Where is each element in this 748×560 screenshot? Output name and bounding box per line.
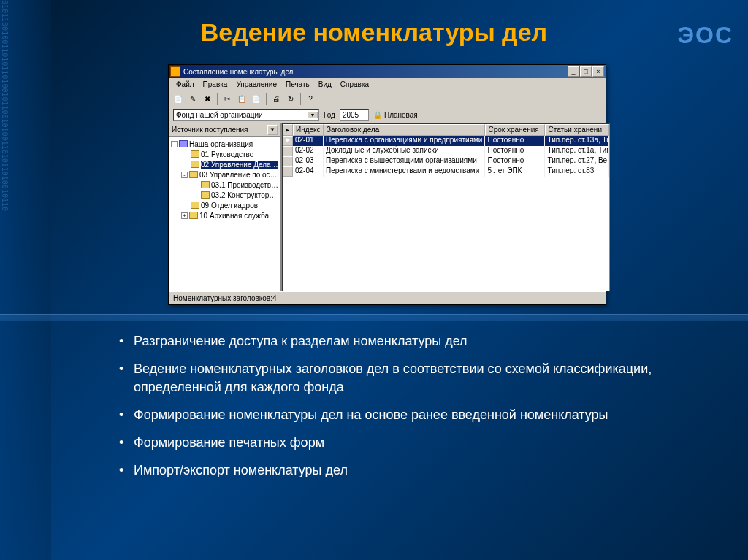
tree-node-10[interactable]: + 10 Архивная служба: [171, 210, 278, 220]
grid-header-article[interactable]: Статьи хранени: [545, 124, 609, 136]
grid-header: ▸ Индекс Заголовок дела Срок хранения Ст…: [283, 124, 609, 136]
row-marker-icon: [283, 146, 293, 156]
work-area: Источник поступления ▼ - Наша организаци…: [169, 123, 606, 291]
menu-edit[interactable]: Правка: [199, 79, 232, 90]
left-panel-header: Источник поступления ▼: [169, 123, 280, 137]
row-marker-icon: ▶: [283, 136, 293, 146]
app-window: Составление номенклатуры дел _ □ × Файл …: [168, 64, 606, 305]
tree-node-09[interactable]: 09 Отдел кадров: [171, 200, 278, 210]
fund-combo-value: Фонд нашей организации: [176, 111, 263, 119]
grid-header-marker[interactable]: ▸: [283, 124, 293, 136]
left-panel: Источник поступления ▼ - Наша организаци…: [169, 123, 282, 291]
tree-toggle-icon[interactable]: -: [181, 172, 188, 178]
menu-file[interactable]: Файл: [172, 79, 199, 90]
grid-row[interactable]: 02-04 Переписка с министерствами и ведом…: [283, 166, 609, 177]
tree-node-01[interactable]: 01 Руководство: [171, 149, 278, 159]
app-icon: [170, 66, 180, 77]
folder-icon: [191, 161, 199, 168]
folder-icon: [201, 181, 210, 188]
fund-combo[interactable]: Фонд нашей организации: [173, 109, 319, 121]
logo: ЭОС: [677, 22, 733, 49]
menu-manage[interactable]: Управление: [232, 79, 281, 90]
toolbar-new-icon[interactable]: 📄: [172, 93, 185, 106]
tree-node-03-2[interactable]: 03.2 Конструкторский отде: [171, 190, 278, 200]
menu-view[interactable]: Вид: [314, 79, 336, 90]
toolbar-cut-icon[interactable]: ✂: [221, 93, 234, 106]
year-label: Год: [324, 111, 335, 119]
plan-indicator: 🔒 Плановая: [373, 111, 418, 119]
bullet-3: Формирование номенклатуры дел на основе …: [113, 406, 697, 423]
decorative-band: [0, 314, 748, 321]
toolbar-edit-icon[interactable]: ✎: [186, 93, 199, 106]
folder-icon: [189, 212, 198, 219]
filter-bar: Фонд нашей организации Год 2005 🔒 Планов…: [169, 107, 606, 123]
minimize-button[interactable]: _: [568, 66, 579, 77]
menu-print[interactable]: Печать: [281, 79, 314, 90]
grid-header-title[interactable]: Заголовок дела: [324, 124, 485, 136]
year-input[interactable]: 2005: [340, 109, 369, 121]
close-button[interactable]: ×: [592, 66, 604, 77]
toolbar: 📄 ✎ ✖ ✂ 📋 📄 🖨 ↻ ?: [169, 91, 606, 107]
tree-node-02[interactable]: 02 Управление Делами: [171, 159, 278, 169]
panel-dropdown-button[interactable]: ▼: [267, 125, 278, 135]
tree-node-03-1[interactable]: 03.1 Производственный от: [171, 180, 278, 190]
bullet-5: Импорт/экспорт номенклатуры дел: [113, 461, 697, 479]
grid-header-term[interactable]: Срок хранения: [485, 124, 545, 136]
folder-icon: [201, 191, 210, 199]
bullet-4: Формирование печатных форм: [113, 434, 697, 451]
bullet-1: Разграничение доступа к разделам номенкл…: [113, 332, 697, 350]
toolbar-paste-icon[interactable]: 📄: [250, 93, 263, 106]
tree: - Наша организация 01 Руководство 02 Упр…: [169, 137, 280, 291]
slide-title: Ведение номенклатуры дел: [0, 0, 748, 58]
grid-row[interactable]: 02-03 Переписка с вышестоящими организац…: [283, 156, 609, 166]
folder-icon: [191, 150, 199, 158]
toolbar-refresh-icon[interactable]: ↻: [284, 93, 297, 106]
toolbar-print-icon[interactable]: 🖨: [270, 93, 283, 106]
grid-row[interactable]: ▶ 02-01 Переписка с организациями и пред…: [283, 136, 609, 146]
grid: ▸ Индекс Заголовок дела Срок хранения Ст…: [282, 123, 610, 291]
window-title: Составление номенклатуры дел: [183, 68, 568, 76]
maximize-button[interactable]: □: [580, 66, 592, 77]
toolbar-help-icon[interactable]: ?: [304, 93, 317, 106]
grid-header-index[interactable]: Индекс: [293, 124, 324, 136]
toolbar-delete-icon[interactable]: ✖: [201, 93, 214, 106]
grid-row[interactable]: 02-02 Докладные и служебные записки Пост…: [283, 146, 609, 156]
right-panel: ▸ Индекс Заголовок дела Срок хранения Ст…: [282, 123, 610, 291]
titlebar[interactable]: Составление номенклатуры дел _ □ ×: [169, 65, 606, 78]
menu-help[interactable]: Справка: [336, 79, 373, 90]
row-marker-icon: [283, 156, 293, 166]
folder-icon: [189, 171, 198, 178]
folder-icon: [191, 202, 199, 209]
toolbar-separator: [217, 93, 218, 105]
toolbar-copy-icon[interactable]: 📋: [235, 93, 248, 106]
lock-icon: 🔒: [373, 111, 382, 119]
statusbar: Номенклатурных заголовков:4: [169, 291, 606, 304]
plan-label: Плановая: [384, 111, 418, 119]
tree-node-03[interactable]: - 03 Управление по основной д: [171, 169, 278, 180]
toolbar-separator: [300, 93, 301, 105]
status-text: Номенклатурных заголовков:4: [173, 294, 276, 302]
org-icon: [179, 140, 188, 147]
tree-root[interactable]: - Наша организация: [171, 139, 278, 149]
tree-toggle-icon[interactable]: +: [181, 212, 188, 219]
left-panel-title: Источник поступления: [172, 126, 267, 134]
background-binary-strip: 0101100100110101101001011001010011010110…: [0, 0, 51, 560]
menubar: Файл Правка Управление Печать Вид Справк…: [169, 78, 606, 91]
toolbar-separator: [266, 93, 267, 105]
bullet-2: Ведение номенклатурных заголовков дел в …: [113, 360, 697, 396]
tree-toggle-icon[interactable]: -: [171, 141, 178, 147]
row-marker-icon: [283, 166, 293, 177]
bullet-list: Разграничение доступа к разделам номенкл…: [113, 332, 697, 490]
